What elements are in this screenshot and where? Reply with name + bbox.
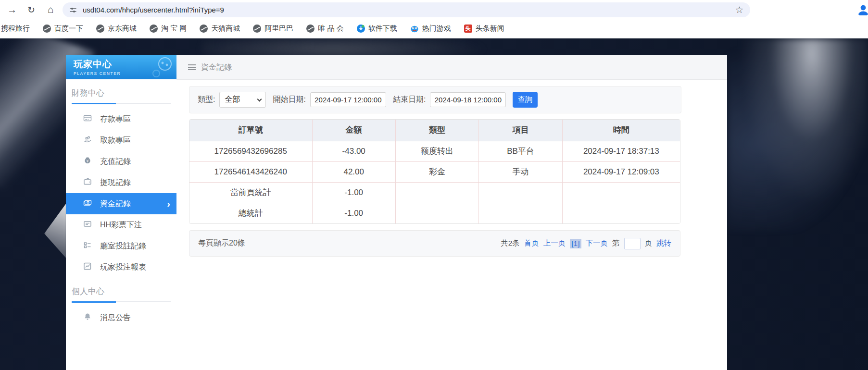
bookmark-label: 唯 品 会 [318,24,343,33]
site-settings-icon[interactable] [69,6,77,14]
globe-icon [96,25,104,33]
cell-type: 彩金 [395,161,478,182]
bookmark-vip[interactable]: 唯 品 会 [306,24,343,33]
bookmark-star-icon[interactable]: ☆ [735,4,743,15]
globe-icon [150,25,158,33]
bookmark-jd[interactable]: 京东商城 [96,24,137,33]
svg-text:¥: ¥ [87,159,89,163]
cell-time: 2024-09-17 12:09:03 [562,161,680,182]
bookmark-software-download[interactable]: 软件下载 [357,24,397,33]
page-size-text: 每頁顯示20條 [198,238,245,248]
bookmark-ctrip[interactable]: 携程旅行 [1,24,30,33]
money-bag-icon: ¥ [83,156,92,167]
sidebar-item-label: 玩家投注報表 [100,262,146,272]
cell-order-number: 1726546143426240 [189,161,312,182]
pagination-controls: 共2条 首页 上一页 [1] 下一页 第 页 跳转 [501,238,671,249]
globe-icon [200,25,208,33]
globe-icon [253,25,261,33]
bookmarks-bar: 携程旅行 百度一下 京东商城 淘 宝 网 天猫商城 阿里巴巴 唯 品 会 软件下… [0,19,868,38]
finance-section-title: 財務中心 [66,79,176,103]
cell-amount: -1.00 [312,203,395,223]
game-mascot-icon [410,25,419,33]
chevron-down-icon [257,97,262,102]
type-select[interactable]: 全部 [219,92,266,108]
next-page-link[interactable]: 下一页 [586,238,608,248]
page-title: 資金記錄 [201,62,232,73]
end-date-input[interactable] [430,92,506,107]
ticket-list-icon [83,220,92,230]
bell-icon [83,312,92,323]
cell-amount: -43.00 [312,141,395,161]
download-icon [357,25,365,33]
bookmark-alibaba[interactable]: 阿里巴巴 [253,24,293,33]
bookmark-label: 头条新闻 [476,24,504,33]
sidebar-item-deposit[interactable]: 存款專區 [66,109,176,130]
sidebar-item-label: 充值記錄 [100,157,131,167]
funds-table: 訂單號 金額 類型 項目 時間 1726569432696285 -43.00 … [189,119,680,224]
sidebar-item-hall-bet-record[interactable]: 廳室投註記錄 [66,235,176,257]
col-type: 類型 [395,120,478,141]
table-row-page-total: 當前頁統計 -1.00 [189,182,680,203]
cell-item: BB平台 [479,141,562,161]
sidebar-item-label: 取款專區 [100,136,131,146]
cell-label: 總統計 [189,203,312,223]
section-divider [72,301,171,302]
bookmark-baidu[interactable]: 百度一下 [43,24,83,33]
bookmark-tmall[interactable]: 天猫商城 [200,24,240,33]
home-icon[interactable]: ⌂ [42,0,59,19]
content-body: 類型: 全部 開始日期: 結束日期: 查詢 訂單號 金額 類型 項目 時間 [176,80,727,370]
end-date-label: 結束日期: [393,95,426,105]
cell-empty [479,203,562,223]
wallet-icon [83,177,92,188]
sidebar: 玩家中心 PLAYERS CENTER 財務中心 存款專區 取款專區 ¥ 充值記… [66,55,176,370]
cell-label: 當前頁統計 [189,182,312,203]
filter-bar: 類型: 全部 開始日期: 結束日期: 查詢 [189,86,681,113]
prev-page-link[interactable]: 上一页 [543,238,566,248]
bookmark-label: 阿里巴巴 [264,24,293,33]
first-page-link[interactable]: 首页 [524,238,539,248]
col-amount: 金額 [312,120,395,141]
start-date-input[interactable] [310,92,386,107]
cell-order-number: 1726569432696285 [189,141,312,161]
bookmark-label: 天猫商城 [211,24,240,33]
browser-toolbar: → ↻ ⌂ usdt04.com/hhcp/usercenter.html?in… [0,0,868,19]
page-jump-input[interactable] [624,238,641,249]
bookmark-hot-games[interactable]: 热门游戏 [410,24,451,33]
bookmark-taobao[interactable]: 淘 宝 网 [150,24,187,33]
col-order-number: 訂單號 [189,120,312,141]
type-select-value: 全部 [225,95,240,105]
search-button[interactable]: 查詢 [513,92,538,108]
current-page-indicator: [1] [570,239,581,248]
sidebar-item-label: 廳室投註記錄 [100,241,146,251]
globe-icon [306,25,314,33]
bookmark-label: 软件下载 [368,24,397,33]
cell-empty [479,182,562,203]
bookmark-label: 京东商城 [108,24,137,33]
bookmark-label: 淘 宝 网 [161,24,187,33]
cell-type: 额度转出 [395,141,478,161]
jump-button[interactable]: 跳转 [656,238,671,248]
sidebar-item-label: HH彩票下注 [100,220,142,230]
chevron-right-icon: › [167,199,170,209]
menu-toggle-icon[interactable] [188,64,196,70]
sidebar-item-recharge-record[interactable]: ¥ 充值記錄 [66,151,176,172]
sidebar-item-announcements[interactable]: 消息公告 [66,307,176,328]
jump-prefix-text: 第 [612,238,620,248]
sidebar-item-hh-lottery-bets[interactable]: HH彩票下注 [66,214,176,235]
section-divider [72,103,171,104]
forward-icon[interactable]: → [4,0,20,19]
sidebar-item-withdraw[interactable]: 取款專區 [66,130,176,151]
address-bar[interactable]: usdt04.com/hhcp/usercenter.html?iniType=… [63,2,750,17]
table-row: 1726569432696285 -43.00 额度转出 BB平台 2024-0… [189,141,680,161]
bookmark-toutiao[interactable]: 头 头条新闻 [464,24,504,33]
profile-avatar[interactable] [856,3,868,16]
reload-icon[interactable]: ↻ [23,0,39,19]
personal-menu: 消息公告 [66,307,176,328]
sidebar-item-funds-record[interactable]: 資金記錄 › [66,193,176,214]
cell-amount: -1.00 [312,182,395,203]
col-time: 時間 [562,120,680,141]
sidebar-item-withdrawal-record[interactable]: 提現記錄 [66,172,176,193]
sidebar-item-player-bet-report[interactable]: 玩家投注報表 [66,257,176,278]
url-text: usdt04.com/hhcp/usercenter.html?iniType=… [83,6,224,14]
sidebar-item-label: 消息公告 [100,313,131,323]
